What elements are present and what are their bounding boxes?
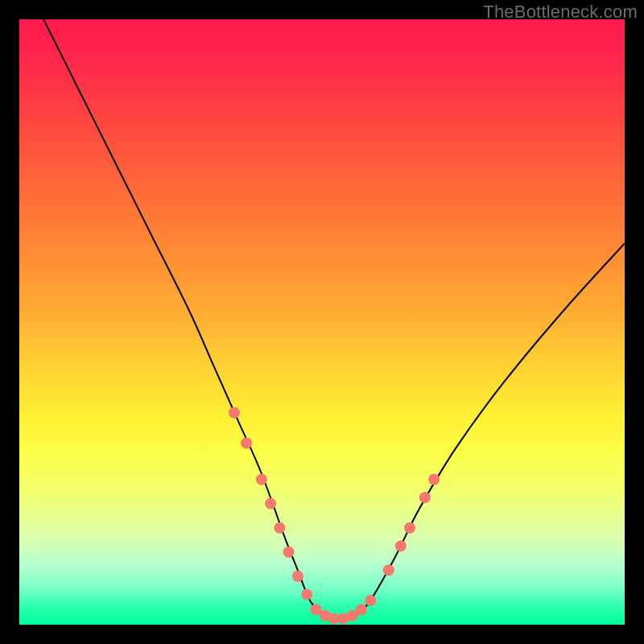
highlight-dot: [301, 588, 312, 600]
highlight-dot: [365, 595, 376, 606]
highlight-dot: [356, 604, 367, 615]
highlight-dots-group: [229, 407, 440, 625]
highlight-dot: [256, 474, 267, 485]
highlight-dot: [419, 492, 431, 503]
highlight-dot: [274, 522, 285, 534]
highlight-dot: [241, 437, 252, 448]
bottleneck-curve-line: [43, 19, 625, 619]
highlight-dot: [404, 522, 415, 534]
highlight-dot: [229, 407, 240, 419]
bottleneck-chart: [19, 19, 625, 625]
watermark-text: TheBottleneck.com: [483, 2, 638, 23]
highlight-dot: [283, 547, 295, 558]
highlight-dot: [292, 571, 303, 582]
highlight-dot: [395, 540, 407, 551]
highlight-dot: [428, 474, 440, 485]
highlight-dot: [265, 498, 276, 510]
highlight-dot: [383, 564, 394, 576]
